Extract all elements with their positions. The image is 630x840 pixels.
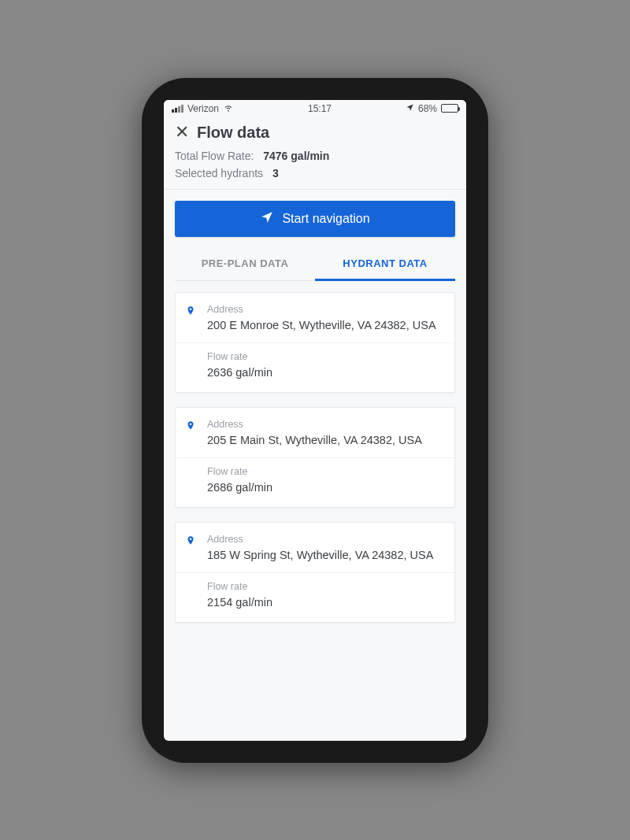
- start-navigation-button[interactable]: Start navigation: [175, 201, 455, 237]
- hydrant-card[interactable]: Address 185 W Spring St, Wytheville, VA …: [175, 522, 455, 623]
- location-services-icon: [406, 103, 414, 114]
- card-divider: [176, 572, 454, 573]
- status-bar: Verizon 15:17 68%: [164, 100, 466, 117]
- wifi-icon: [223, 102, 234, 115]
- close-icon[interactable]: ✕: [175, 124, 189, 141]
- address-value: 185 W Spring St, Wytheville, VA 24382, U…: [207, 548, 443, 564]
- card-divider: [176, 457, 454, 458]
- address-label: Address: [207, 419, 443, 430]
- carrier-label: Verizon: [187, 103, 219, 114]
- total-flow-value: 7476 gal/min: [263, 150, 329, 162]
- screen: Verizon 15:17 68% ✕ Flow data: [164, 100, 466, 741]
- battery-percent: 68%: [418, 103, 437, 114]
- header: ✕ Flow data Total Flow Rate: 7476 gal/mi…: [164, 117, 466, 190]
- battery-icon: [441, 104, 458, 113]
- tab-hydrant-data[interactable]: HYDRANT DATA: [315, 248, 455, 281]
- signal-icon: [172, 105, 183, 113]
- hydrant-card[interactable]: Address 200 E Monroe St, Wytheville, VA …: [175, 292, 455, 393]
- phone-frame: Verizon 15:17 68% ✕ Flow data: [142, 78, 488, 763]
- hydrant-list[interactable]: Address 200 E Monroe St, Wytheville, VA …: [164, 281, 466, 741]
- tab-preplan-data[interactable]: PRE-PLAN DATA: [175, 248, 315, 281]
- hydrant-pin-icon: [185, 304, 196, 321]
- flow-rate-value: 2686 gal/min: [207, 480, 443, 496]
- address-value: 200 E Monroe St, Wytheville, VA 24382, U…: [207, 318, 443, 334]
- selected-hydrants-label: Selected hydrants: [175, 167, 263, 179]
- status-left: Verizon: [172, 102, 234, 115]
- navigation-arrow-icon: [260, 210, 274, 228]
- hydrant-pin-icon: [185, 419, 196, 436]
- flow-rate-value: 2154 gal/min: [207, 595, 443, 611]
- total-flow-label: Total Flow Rate:: [175, 150, 254, 162]
- tabs: PRE-PLAN DATA HYDRANT DATA: [175, 248, 455, 281]
- start-navigation-label: Start navigation: [282, 212, 369, 226]
- card-divider: [176, 342, 454, 343]
- total-flow-row: Total Flow Rate: 7476 gal/min: [175, 150, 455, 162]
- address-label: Address: [207, 534, 443, 545]
- hydrant-card[interactable]: Address 205 E Main St, Wytheville, VA 24…: [175, 407, 455, 508]
- selected-hydrants-row: Selected hydrants 3: [175, 167, 455, 179]
- status-right: 68%: [406, 103, 458, 114]
- address-label: Address: [207, 304, 443, 315]
- hydrant-pin-icon: [185, 534, 196, 551]
- flow-rate-value: 2636 gal/min: [207, 365, 443, 381]
- flow-rate-label: Flow rate: [207, 351, 443, 362]
- flow-rate-label: Flow rate: [207, 581, 443, 592]
- address-value: 205 E Main St, Wytheville, VA 24382, USA: [207, 433, 443, 449]
- status-time: 15:17: [308, 103, 332, 114]
- flow-rate-label: Flow rate: [207, 466, 443, 477]
- title-row: ✕ Flow data: [175, 124, 455, 142]
- selected-hydrants-value: 3: [272, 167, 279, 179]
- page-title: Flow data: [197, 124, 269, 142]
